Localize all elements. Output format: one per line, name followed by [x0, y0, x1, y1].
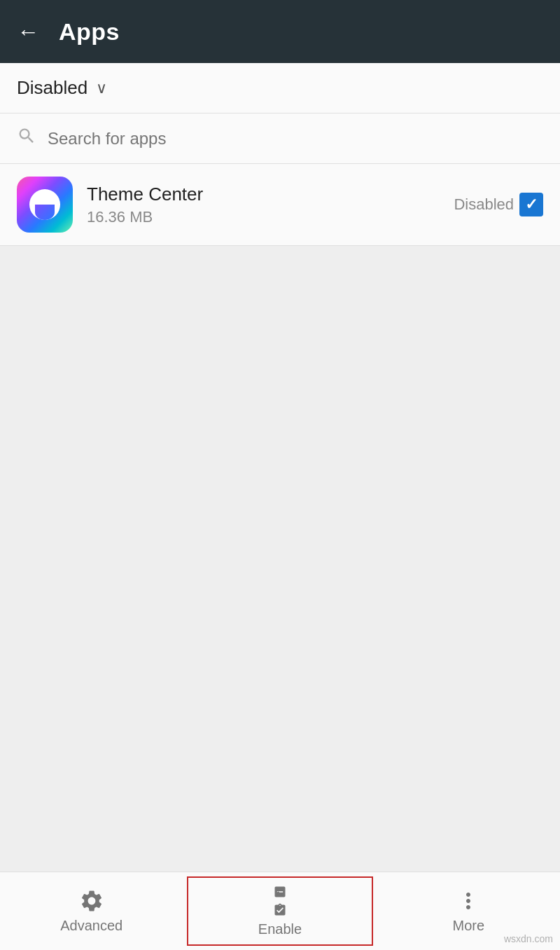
gear-icon	[79, 888, 104, 914]
nav-item-advanced[interactable]: Advanced	[0, 872, 183, 950]
more-icon	[456, 888, 481, 914]
chevron-down-icon: ∨	[96, 79, 107, 97]
search-icon	[17, 126, 36, 151]
app-checkbox[interactable]	[519, 193, 543, 216]
app-info: Theme Center 16.36 MB	[87, 184, 440, 226]
enable-icon	[267, 885, 293, 899]
app-status-area: Disabled	[454, 193, 543, 216]
search-bar	[0, 113, 560, 164]
nav-label-advanced: Advanced	[60, 918, 122, 934]
bottom-nav: Advanced Enable More	[0, 872, 560, 950]
app-name: Theme Center	[87, 184, 440, 205]
app-status-label: Disabled	[454, 195, 514, 214]
app-size: 16.36 MB	[87, 208, 440, 226]
list-item[interactable]: Theme Center 16.36 MB Disabled	[0, 164, 560, 246]
enable-clipboard-icon	[267, 903, 293, 917]
filter-label: Disabled	[17, 77, 88, 99]
search-input[interactable]	[48, 129, 543, 149]
page-title: Apps	[59, 18, 120, 46]
nav-label-more: More	[453, 918, 485, 934]
app-icon	[17, 177, 73, 233]
nav-item-more[interactable]: More	[377, 872, 560, 950]
filter-bar[interactable]: Disabled ∨	[0, 63, 560, 113]
app-list: Theme Center 16.36 MB Disabled	[0, 164, 560, 246]
nav-item-enable[interactable]: Enable	[187, 876, 372, 946]
nav-label-enable: Enable	[258, 921, 302, 937]
header: ← Apps	[0, 0, 560, 63]
empty-content	[0, 246, 560, 872]
back-button[interactable]: ←	[17, 20, 39, 43]
